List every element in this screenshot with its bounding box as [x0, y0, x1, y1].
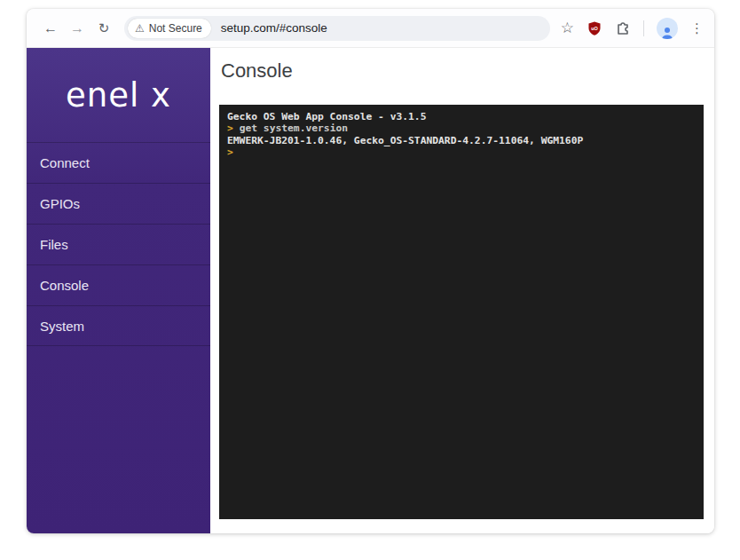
sidebar: enel x Connect GPIOs Files Console Syste… [27, 48, 210, 533]
sidebar-item-files[interactable]: Files [27, 224, 210, 264]
security-chip[interactable]: ⚠ Not Secure [128, 19, 211, 38]
main-panel: Console Gecko OS Web App Console - v3.1.… [210, 48, 714, 533]
extensions-puzzle-icon[interactable] [615, 20, 631, 36]
page-title: Console [221, 59, 293, 83]
terminal-command-text [233, 122, 240, 134]
toolbar-right-icons: ☆ uO ⋮ [561, 18, 704, 39]
terminal-prompt: > [227, 146, 233, 158]
sidebar-nav: Connect GPIOs Files Console System [27, 142, 210, 346]
terminal-command-text: get system.version [240, 122, 348, 134]
profile-avatar[interactable] [657, 18, 678, 39]
browser-toolbar: ← → ↻ ⚠ Not Secure setup.com/#console ☆ … [27, 9, 714, 48]
back-icon[interactable]: ← [39, 17, 62, 40]
reload-icon[interactable]: ↻ [92, 17, 115, 40]
terminal-prompt-line: > [227, 146, 696, 158]
person-icon [660, 26, 674, 39]
adblock-shield-icon[interactable]: uO [586, 20, 602, 36]
console-terminal[interactable]: Gecko OS Web App Console - v3.1.5 > get … [219, 105, 704, 519]
security-label: Not Secure [149, 22, 202, 35]
page-content: enel x Connect GPIOs Files Console Syste… [27, 48, 714, 533]
url-text[interactable]: setup.com/#console [221, 21, 327, 35]
menu-dots-icon[interactable]: ⋮ [690, 20, 704, 36]
sidebar-item-system[interactable]: System [27, 305, 210, 346]
sidebar-item-console[interactable]: Console [27, 264, 210, 305]
sidebar-item-gpios[interactable]: GPIOs [27, 183, 210, 224]
sidebar-item-connect[interactable]: Connect [27, 142, 210, 183]
not-secure-warning-icon: ⚠ [135, 23, 145, 34]
terminal-prompt: > [227, 122, 233, 134]
svg-text:uO: uO [591, 25, 598, 30]
toolbar-separator [643, 20, 644, 36]
browser-window: ← → ↻ ⚠ Not Secure setup.com/#console ☆ … [27, 9, 714, 533]
terminal-output-line: EMWERK-JB201-1.0.46, Gecko_OS-STANDARD-4… [227, 135, 696, 146]
terminal-output-line: Gecko OS Web App Console - v3.1.5 [227, 111, 696, 122]
enel-x-logo: enel x [27, 48, 210, 142]
forward-icon[interactable]: → [66, 17, 89, 40]
address-bar[interactable]: ⚠ Not Secure setup.com/#console [124, 16, 550, 41]
bookmark-star-icon[interactable]: ☆ [561, 19, 574, 37]
terminal-command-line: > get system.version [227, 122, 696, 134]
